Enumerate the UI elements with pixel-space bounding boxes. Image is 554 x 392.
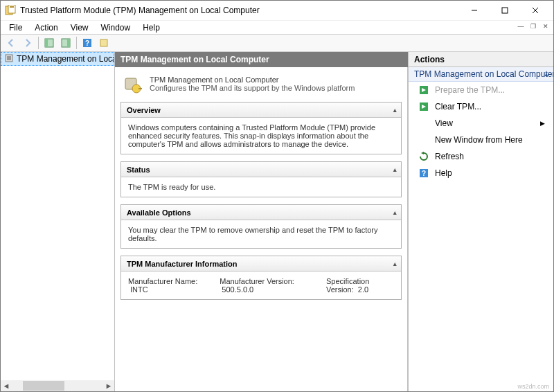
tree-item-tpm-root[interactable]: TPM Management on Local Co <box>1 52 114 66</box>
collapse-icon[interactable]: ▴ <box>393 209 397 216</box>
collapse-icon[interactable]: ▴ <box>393 260 397 267</box>
status-group: Status ▴ The TPM is ready for use. <box>120 161 402 197</box>
options-heading-label: Available Options <box>127 208 191 217</box>
prepare-icon <box>418 84 429 96</box>
svg-rect-2 <box>10 6 14 8</box>
actions-group-heading[interactable]: TPM Management on Local Computer ▲ <box>409 67 553 82</box>
overview-group: Overview ▴ Windows computers containing … <box>120 102 402 154</box>
close-button[interactable] <box>520 1 551 19</box>
scroll-right-arrow-icon[interactable]: ► <box>103 380 114 391</box>
collapse-icon[interactable]: ▴ <box>393 107 397 114</box>
action-label: Clear TPM... <box>435 102 481 112</box>
mfr-ver-label: Manufacturer Version: <box>220 277 294 285</box>
svg-rect-13 <box>100 39 107 46</box>
mdi-minimize-button[interactable]: — <box>515 21 527 32</box>
svg-rect-10 <box>67 39 70 47</box>
help-button[interactable]: ? <box>80 35 95 51</box>
svg-text:?: ? <box>422 170 426 177</box>
intro-row: TPM Management on Local Computer Configu… <box>120 71 402 102</box>
svg-rect-8 <box>45 39 48 47</box>
center-pane-body: TPM Management on Local Computer Configu… <box>115 67 408 391</box>
action-label: Refresh <box>435 152 464 161</box>
help-icon: ? <box>418 168 429 179</box>
intro-text: TPM Management on Local Computer Configu… <box>150 75 355 92</box>
action-label: New Window from Here <box>435 135 523 145</box>
nav-back-button[interactable] <box>3 35 19 51</box>
collapse-icon[interactable]: ▴ <box>393 166 397 173</box>
mfr-ver-value: 500.5.0.0 <box>222 285 253 294</box>
toolbar-separator <box>76 37 77 49</box>
menu-window[interactable]: Window <box>96 21 136 34</box>
action-view[interactable]: View ▶ <box>409 115 553 132</box>
overview-heading-label: Overview <box>127 106 161 114</box>
watermark: ws2dn.com <box>517 383 549 390</box>
manufacturer-body: Manufacturer Name: INTC Manufacturer Ver… <box>121 271 401 299</box>
tpm-key-icon <box>123 75 143 95</box>
spec-ver-value: 2.0 <box>358 285 368 294</box>
action-new-window[interactable]: New Window from Here <box>409 132 553 148</box>
submenu-arrow-icon: ▶ <box>540 120 545 127</box>
menu-view[interactable]: View <box>65 21 94 34</box>
action-prepare-tpm: Prepare the TPM... <box>409 82 553 98</box>
options-body: You may clear the TPM to remove ownershi… <box>121 220 401 248</box>
blank-icon <box>418 118 429 129</box>
status-heading-label: Status <box>127 166 150 174</box>
window-title: Trusted Platform Module (TPM) Management… <box>20 6 459 15</box>
blank-icon <box>418 134 429 145</box>
tree-item-label: TPM Management on Local Co <box>17 54 114 64</box>
app-icon <box>5 5 16 16</box>
window-controls <box>459 1 551 19</box>
manufacturer-heading[interactable]: TPM Manufacturer Information ▴ <box>121 256 401 271</box>
minimize-button[interactable] <box>459 1 490 19</box>
status-heading[interactable]: Status ▴ <box>121 162 401 177</box>
scroll-thumb[interactable] <box>23 381 64 391</box>
maximize-button[interactable] <box>490 1 520 19</box>
overview-heading[interactable]: Overview ▴ <box>121 103 401 118</box>
clear-icon <box>418 101 429 112</box>
nav-forward-button[interactable] <box>20 35 35 51</box>
toolbar: ? <box>1 34 553 52</box>
options-group: Available Options ▴ You may clear the TP… <box>120 204 402 249</box>
tpm-chip-icon <box>4 53 14 65</box>
overview-body: Windows computers containing a Trusted P… <box>121 118 401 154</box>
scroll-left-arrow-icon[interactable]: ◄ <box>1 380 12 391</box>
action-label: Prepare the TPM... <box>435 85 505 95</box>
mfr-name-value: INTC <box>130 285 148 294</box>
toolbar-separator <box>38 37 39 49</box>
status-body: The TPM is ready for use. <box>121 177 401 197</box>
svg-rect-18 <box>138 88 142 89</box>
mdi-restore-button[interactable]: ❐ <box>527 21 539 32</box>
menu-file[interactable]: File <box>3 21 28 34</box>
action-label: Help <box>435 168 452 178</box>
tree-pane: TPM Management on Local Co ◄ ► <box>1 52 115 391</box>
action-help[interactable]: ? Help <box>409 165 553 181</box>
manufacturer-heading-label: TPM Manufacturer Information <box>127 260 238 268</box>
actions-pane: Actions TPM Management on Local Computer… <box>408 52 553 391</box>
menu-action[interactable]: Action <box>29 21 63 34</box>
manufacturer-group: TPM Manufacturer Information ▴ Manufactu… <box>120 256 402 300</box>
refresh-icon <box>418 151 429 162</box>
svg-rect-1 <box>8 5 15 13</box>
show-hide-tree-button[interactable] <box>42 35 57 51</box>
actions-group-label: TPM Management on Local Computer <box>414 69 553 79</box>
svg-text:?: ? <box>85 39 89 47</box>
refresh-button[interactable] <box>96 35 111 51</box>
options-heading[interactable]: Available Options ▴ <box>121 205 401 220</box>
center-pane: TPM Management on Local Computer TPM Man… <box>115 52 408 391</box>
svg-rect-4 <box>502 8 508 13</box>
svg-rect-15 <box>7 56 11 60</box>
mdi-child-controls: — ❐ ✕ <box>515 21 552 32</box>
action-refresh[interactable]: Refresh <box>409 148 553 165</box>
center-pane-header: TPM Management on Local Computer <box>115 52 408 67</box>
intro-title: TPM Management on Local Computer <box>150 75 355 84</box>
mfr-name-label: Manufacturer Name: <box>128 277 197 285</box>
action-label: View <box>435 118 453 128</box>
action-clear-tpm[interactable]: Clear TPM... <box>409 98 553 115</box>
properties-button[interactable] <box>58 35 73 51</box>
actions-heading: Actions <box>409 52 553 67</box>
horizontal-scrollbar[interactable]: ◄ ► <box>1 380 114 391</box>
menubar: File Action View Window Help — ❐ ✕ <box>1 20 553 34</box>
menu-help[interactable]: Help <box>137 21 166 34</box>
mdi-close-button[interactable]: ✕ <box>539 21 552 32</box>
collapse-icon[interactable]: ▲ <box>544 71 549 78</box>
